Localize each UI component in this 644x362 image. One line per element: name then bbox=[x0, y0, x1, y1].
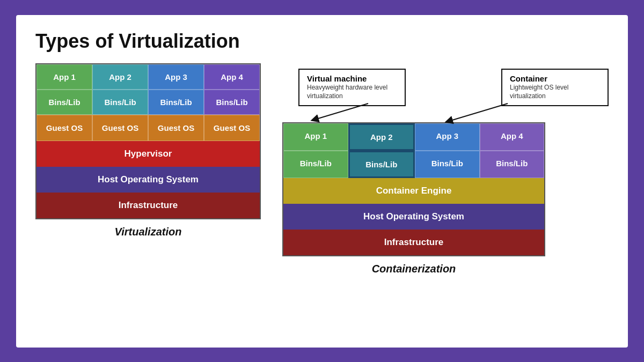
container-bins4: Bins/Lib bbox=[480, 151, 545, 178]
virt-bins-row: Bins/Lib Bins/Lib Bins/Lib Bins/Lib bbox=[36, 90, 260, 115]
container-annotation-desc: Lightweight OS level virtualization bbox=[510, 83, 600, 101]
virt-hostos: Host Operating System bbox=[36, 167, 260, 193]
containerization-label: Containerization bbox=[282, 263, 545, 275]
container-engine: Container Engine bbox=[283, 178, 544, 204]
virt-guestos3: Guest OS bbox=[148, 115, 204, 142]
virt-bins2: Bins/Lib bbox=[92, 90, 148, 115]
container-app1: App 1 bbox=[283, 123, 348, 151]
diagrams-row: App 1 App 2 App 3 App 4 Bins/Lib Bins/Li… bbox=[35, 63, 609, 275]
container-annotation-box: Container Lightweight OS level virtualiz… bbox=[501, 69, 609, 107]
virt-app3: App 3 bbox=[148, 64, 204, 90]
right-area: Virtual machine Heavyweight hardware lev… bbox=[282, 63, 609, 275]
container-annotation-title: Container bbox=[510, 74, 600, 83]
container-bins2: Bins/Lib bbox=[348, 151, 415, 178]
virt-guestos4: Guest OS bbox=[204, 115, 260, 142]
container-bins1: Bins/Lib bbox=[283, 151, 348, 178]
vm-annotation-box: Virtual machine Heavyweight hardware lev… bbox=[298, 69, 406, 107]
vm-annotation-title: Virtual machine bbox=[307, 74, 397, 83]
virt-bins4: Bins/Lib bbox=[204, 90, 260, 115]
virt-hypervisor: Hypervisor bbox=[36, 141, 260, 167]
container-app2: App 2 bbox=[348, 123, 415, 151]
container-apps-row: App 1 App 2 App 3 App 4 bbox=[283, 123, 544, 151]
container-app4: App 4 bbox=[480, 123, 545, 151]
virt-app4: App 4 bbox=[204, 64, 260, 90]
virt-guestos2: Guest OS bbox=[92, 115, 148, 142]
virt-apps-row: App 1 App 2 App 3 App 4 bbox=[36, 64, 260, 90]
virt-guestos1: Guest OS bbox=[36, 115, 92, 142]
slide: Types of Virtualization App 1 App 2 App … bbox=[16, 15, 628, 348]
container-bins3: Bins/Lib bbox=[415, 151, 480, 178]
container-hostos: Host Operating System bbox=[283, 204, 544, 230]
container-infra: Infrastructure bbox=[283, 230, 544, 255]
annotation-area: Virtual machine Heavyweight hardware lev… bbox=[282, 63, 609, 122]
containerization-wrapper: App 1 App 2 App 3 App 4 Bins/Lib Bins/Li… bbox=[282, 122, 545, 275]
virt-label: Virtualization bbox=[35, 226, 261, 238]
container-stack: App 1 App 2 App 3 App 4 Bins/Lib Bins/Li… bbox=[282, 122, 545, 256]
container-app3: App 3 bbox=[415, 123, 480, 151]
virt-infra: Infrastructure bbox=[36, 193, 260, 218]
virtualization-diagram: App 1 App 2 App 3 App 4 Bins/Lib Bins/Li… bbox=[35, 63, 261, 239]
page-title: Types of Virtualization bbox=[35, 30, 609, 53]
virt-stack: App 1 App 2 App 3 App 4 Bins/Lib Bins/Li… bbox=[35, 63, 261, 220]
vm-annotation-desc: Heavyweight hardware level virtualizatio… bbox=[307, 83, 397, 101]
container-bins-row: Bins/Lib Bins/Lib Bins/Lib Bins/Lib bbox=[283, 151, 544, 178]
virt-app2: App 2 bbox=[92, 64, 148, 90]
virt-bins1: Bins/Lib bbox=[36, 90, 92, 115]
virt-app1: App 1 bbox=[36, 64, 92, 90]
virt-bins3: Bins/Lib bbox=[148, 90, 204, 115]
virt-guestos-row: Guest OS Guest OS Guest OS Guest OS bbox=[36, 115, 260, 142]
svg-line-2 bbox=[449, 104, 508, 121]
